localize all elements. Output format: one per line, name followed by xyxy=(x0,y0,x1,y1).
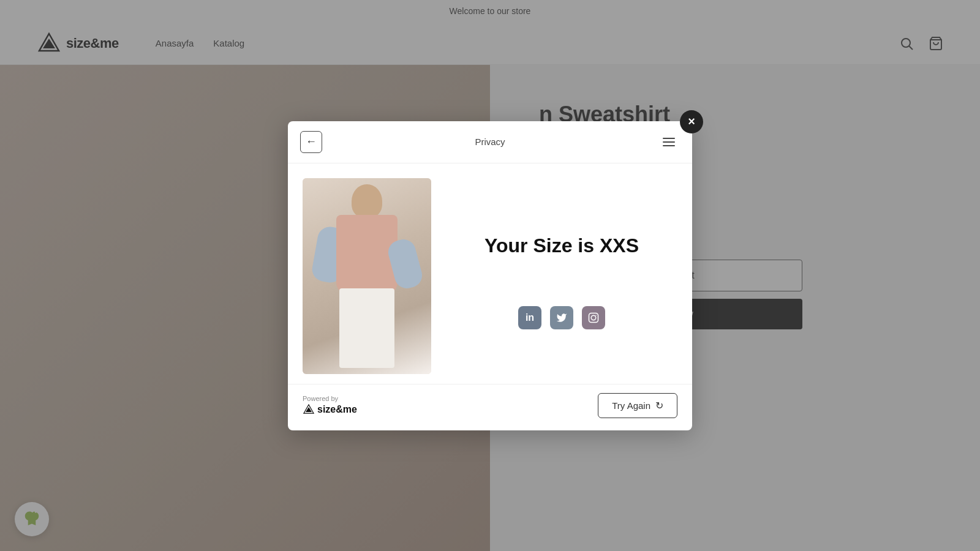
menu-line-3 xyxy=(663,145,675,146)
instagram-icon[interactable] xyxy=(582,306,605,329)
modal-menu-button[interactable] xyxy=(658,131,680,153)
modal-product-image xyxy=(303,178,431,374)
social-icons: in xyxy=(518,306,605,329)
svg-point-11 xyxy=(591,315,596,320)
modal-content-right: Your Size is XXS in xyxy=(446,178,677,374)
modal-header: ← Privacy xyxy=(288,121,692,163)
linkedin-icon[interactable]: in xyxy=(518,306,541,329)
refresh-icon: ↻ xyxy=(655,400,663,411)
size-result-modal: × ← Privacy xyxy=(288,121,692,430)
brand-logo: size&me xyxy=(303,403,357,416)
menu-line-1 xyxy=(663,138,675,139)
powered-by-area: Powered by size&me xyxy=(303,395,357,416)
try-again-label: Try Again xyxy=(612,400,650,411)
model-head xyxy=(352,184,382,218)
modal-body: Your Size is XXS in xyxy=(288,163,692,384)
modal-overlay: × ← Privacy xyxy=(0,0,980,551)
svg-point-12 xyxy=(595,315,597,316)
modal-back-button[interactable]: ← xyxy=(300,131,322,153)
modal-footer: Powered by size&me Try Again ↻ xyxy=(288,384,692,430)
twitter-icon[interactable] xyxy=(550,306,573,329)
back-arrow: ← xyxy=(306,135,317,148)
modal-close-button[interactable]: × xyxy=(680,110,703,133)
linkedin-label: in xyxy=(526,312,534,323)
powered-by-label: Powered by xyxy=(303,395,338,402)
svg-rect-10 xyxy=(589,313,598,323)
privacy-label: Privacy xyxy=(475,137,505,147)
modal-product-image-inner xyxy=(303,178,431,374)
model-pants xyxy=(339,288,394,368)
twitter-bird xyxy=(556,312,567,323)
instagram-camera xyxy=(588,312,599,323)
size-result-title: Your Size is XXS xyxy=(484,234,639,257)
brand-name: size&me xyxy=(317,404,357,415)
menu-line-2 xyxy=(663,141,675,143)
brand-logo-icon xyxy=(303,403,315,416)
model-figure xyxy=(303,178,431,374)
try-again-button[interactable]: Try Again ↻ xyxy=(598,393,677,418)
